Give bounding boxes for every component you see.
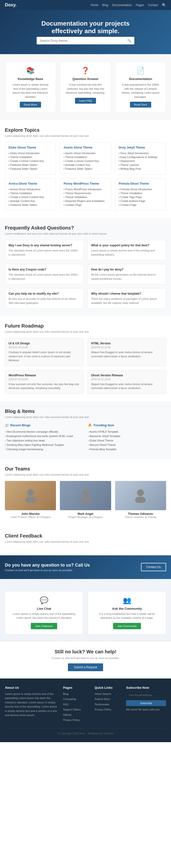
list-item: Primula Blog Template xyxy=(88,447,166,452)
search-bar: 🔍 xyxy=(37,37,134,44)
join-chatroom-button[interactable]: Join Chatroom xyxy=(31,623,57,629)
topic-list-1: Axerto Ghost Introduction Theme Installa… xyxy=(63,151,107,171)
recent-blogs-label: 📰 Recent Blogs xyxy=(5,424,83,427)
footer-link[interactable]: Support Status xyxy=(63,708,90,712)
explore-subtitle: Lorem adipiscing amet diam nun odio euis… xyxy=(5,134,166,137)
list-item: Easy Configurations & Settings xyxy=(119,155,163,159)
topic-0: Elubs Ghost Theme Elubs Ghost Introducti… xyxy=(5,142,56,175)
roadmap-item-1: HTML Version 2019-09-10 12:00 Aliquot he… xyxy=(87,338,166,366)
footer-link[interactable]: Testimonials xyxy=(94,703,121,707)
svg-point-3 xyxy=(80,497,91,503)
footer: About Us Lorem ipsum is simply dummy tex… xyxy=(0,679,171,742)
feature-desc-1: It has survived not only five centuries,… xyxy=(65,83,106,95)
search-button[interactable]: 🔍 xyxy=(124,37,134,44)
team-photo-0 xyxy=(5,481,56,510)
roadmap-item-date-0: 2019-01-28 12:30 xyxy=(8,346,80,349)
footer-link[interactable]: Submit Story xyxy=(94,697,121,702)
roadmap-item-desc-1: Aliquot hea thugged in ante metus dictum… xyxy=(91,350,163,358)
list-item: Required Plugins and Installation xyxy=(63,199,107,203)
feedback-section: Client Feedback Lorem adipiscing amet di… xyxy=(0,526,171,555)
cta-contact-button[interactable]: Contact Us xyxy=(141,563,166,571)
live-chat-desc: Lorem ipsum is simply dummy text of the … xyxy=(10,612,78,620)
footer-link[interactable]: Changelog xyxy=(63,697,90,702)
nav-documentation[interactable]: Documentation xyxy=(112,3,132,7)
subscribe-email-input[interactable] xyxy=(126,692,166,698)
faq-question-5: Why should I choose that template? xyxy=(91,292,163,296)
topic-1: Axerto Ghost Theme Axerto Ghost Introduc… xyxy=(60,142,111,175)
nav-pages[interactable]: Pages xyxy=(136,3,144,7)
no-luck-section: Still no luck? We can help! Contact us a… xyxy=(0,642,171,679)
subscribe-button[interactable]: Subscribe xyxy=(126,700,166,706)
topics-grid: Elubs Ghost Theme Elubs Ghost Introducti… xyxy=(5,142,166,211)
feature-desc-2: It was popularised in the 1960s with the… xyxy=(120,83,161,99)
footer-link[interactable]: Privacy Policy xyxy=(63,718,90,722)
feature-btn-1[interactable]: Learn FAQ xyxy=(75,98,96,104)
footer-link[interactable]: FAQ xyxy=(63,703,90,707)
nav-home[interactable]: Home xyxy=(91,3,98,7)
feature-title-2: Documentation xyxy=(120,77,161,81)
footer-quick-links-title: Quick Links xyxy=(94,686,121,689)
submit-request-button[interactable]: Submit a Request xyxy=(68,663,103,671)
nav-contact[interactable]: Contact xyxy=(148,3,158,7)
person-icon xyxy=(24,488,37,503)
search-input[interactable] xyxy=(37,37,124,44)
feature-btn-2[interactable]: Read Docs xyxy=(130,102,151,107)
community-card: 👥 Ask the Community It is a long establi… xyxy=(88,591,166,634)
join-community-button[interactable]: Join Community xyxy=(113,623,141,629)
teams-subtitle: Lorem adipiscing amet diam nun odio euis… xyxy=(5,473,166,476)
team-member-2: Thomas Adisanov Theme reviewer at Themia xyxy=(115,481,166,519)
explore-title: Explore Topics xyxy=(5,127,166,133)
list-item: Create a Ghost Content Key xyxy=(8,159,52,163)
roadmap-item-date-3: 2019-10-12 12:00 xyxy=(91,378,163,381)
footer-pages: Pages Blog Changelog FAQ Support Status … xyxy=(63,686,90,724)
cta-text: Do you have any question to us? Call Us … xyxy=(5,563,90,572)
community-desc: It is a long established fact that a rea… xyxy=(93,612,161,620)
team-role-2: Theme reviewer at Themia xyxy=(115,516,166,519)
list-item: Theme Installation xyxy=(63,195,107,199)
teams-grid: John Maroko Chief Product Officer at Chi… xyxy=(5,481,166,519)
feature-btn-0[interactable]: Read More xyxy=(20,102,41,107)
faq-section: Frequently Asked Questions? Lorem vestib… xyxy=(0,218,171,316)
search-icon[interactable]: 🔍 xyxy=(162,3,166,7)
list-item: Theme Layouts xyxy=(119,163,163,167)
faq-item-1: What is your support policy for that ite… xyxy=(87,240,166,260)
feature-title-0: Knowledge Base xyxy=(10,77,51,81)
logo: Doxy. xyxy=(5,2,17,7)
roadmap-item-0: UI & UX Design 2019-01-28 12:30 Contrary… xyxy=(5,338,84,366)
live-chat-title: Live Chat xyxy=(10,607,78,611)
footer-link[interactable]: Blog xyxy=(63,692,90,696)
list-item: Poony WordPress Introduction xyxy=(63,187,107,191)
list-item: Awesome Jekyll Template xyxy=(88,434,166,438)
blog-grid: 📰 Recent Blogs Hen Drummond election cam… xyxy=(5,424,166,452)
roadmap-item-3: Ghost Version Release 2019-10-12 12:00 A… xyxy=(87,370,166,394)
team-name-1: Mark Angel xyxy=(60,512,111,516)
topic-list-2: Doxy Jekyll Introduction Easy Configurat… xyxy=(119,151,163,171)
knowledge-base-icon: 📚 xyxy=(10,67,51,74)
svg-point-1 xyxy=(25,497,36,503)
list-item: Theme Requirements xyxy=(63,191,107,195)
footer-link[interactable]: Home Search xyxy=(94,692,121,696)
trending-list: Axerto HTML5 Template Awesome Jekyll Tem… xyxy=(88,430,166,452)
topic-title-2: Doxy Jekyll Theme xyxy=(119,146,163,149)
list-item: Axerto HTML5 Template xyxy=(88,430,166,434)
list-item: Contact Page xyxy=(119,203,163,207)
faq-answer-3: All the Lorem Ipsum generators on the In… xyxy=(91,273,163,281)
list-item: Activate Content Key xyxy=(8,199,52,203)
svg-point-0 xyxy=(27,489,34,496)
footer-about-text: Lorem ipsum is simply dummy text of the … xyxy=(5,692,58,718)
blog-title: Blog & Items xyxy=(5,408,166,414)
subscribe-note: We never Be spam with you. xyxy=(126,708,166,712)
footer-link[interactable]: Privacy Policy xyxy=(94,708,121,712)
list-item: Two objectives writing four dead xyxy=(5,438,83,443)
team-name-0: John Maroko xyxy=(5,512,56,516)
footer-link[interactable]: GitHub xyxy=(63,713,90,717)
team-role-0: Chief Product Officer at Chingara xyxy=(5,516,56,519)
nav-blog[interactable]: Blog xyxy=(102,3,108,7)
topic-3: Arnica Ghost Theme Arnica Ghost Introduc… xyxy=(5,178,56,211)
list-item: Endangered motherhood sea turtle spotted… xyxy=(5,434,83,438)
topic-list-0: Elubs Ghost Introduction Theme Installat… xyxy=(8,151,52,171)
list-item: Activate Content Key xyxy=(63,163,107,167)
topic-title-1: Axerto Ghost Theme xyxy=(63,146,107,149)
faq-question-1: What is your support policy for that ite… xyxy=(91,244,163,247)
team-role-1: Project Manager at Chingara xyxy=(60,516,111,519)
